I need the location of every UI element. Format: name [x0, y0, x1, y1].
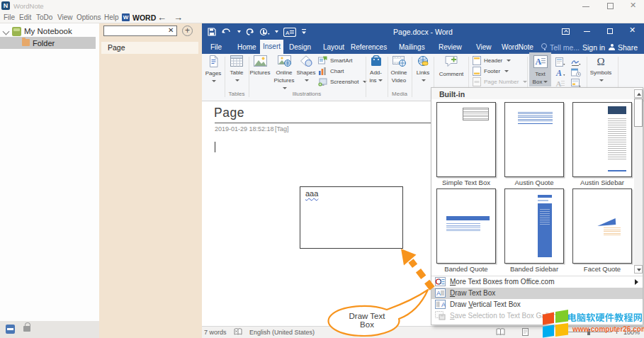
ribbon-pictures-button[interactable]: Pictures [249, 55, 271, 77]
ribbon-table-button[interactable]: Table [225, 55, 248, 84]
tab-design[interactable]: Design [289, 43, 311, 51]
sign-in-link[interactable]: Sign in [582, 43, 605, 52]
tab-view[interactable]: View [476, 43, 492, 51]
ribbon-addins-button[interactable]: Add- ins [366, 55, 385, 84]
read-mode-icon[interactable] [496, 328, 505, 336]
wordnote-maximize-button[interactable] [607, 3, 614, 9]
ribbon-screenshot-button[interactable]: Screenshot [318, 77, 367, 87]
chart-label: Chart [330, 68, 344, 74]
gallery-item-simple-text-box[interactable] [436, 102, 496, 177]
tab-mailings[interactable]: Mailings [399, 43, 425, 51]
ribbon-shapes-button[interactable]: Shapes [296, 55, 316, 84]
simple-text-box-preview [463, 108, 489, 120]
menu-item-more-text-boxes[interactable]: More Text Boxes from Office.com [431, 276, 643, 288]
proofing-status-icon[interactable] [234, 328, 242, 336]
undo-dropdown-icon[interactable] [237, 30, 241, 33]
wordnote-close-button[interactable]: ✕ [630, 1, 636, 10]
ribbon-online-pictures-button[interactable]: Online Pictures [273, 55, 295, 92]
lock-icon[interactable] [23, 326, 30, 332]
comment-icon [444, 55, 458, 68]
wordnote-menu-todo[interactable]: ToDo [36, 13, 52, 21]
qat-textbox-icon[interactable]: A [283, 28, 296, 37]
ribbon-comment-button[interactable]: Comment [436, 55, 467, 78]
facet-quote-preview-text [604, 227, 621, 237]
gallery-item-facet-quote[interactable] [572, 188, 632, 264]
ribbon-display-options-icon[interactable] [562, 28, 570, 35]
page-number-icon [473, 77, 481, 86]
gallery-item-austin-sidebar[interactable] [572, 102, 632, 177]
wordnote-menu-options[interactable]: Options [77, 13, 101, 21]
wordnote-menu-help[interactable]: Help [104, 13, 119, 21]
tab-wordnote[interactable]: WordNote [502, 43, 533, 51]
share-button[interactable]: Share [618, 43, 638, 52]
ribbon-header-button[interactable]: Header [473, 55, 511, 66]
pictures-label: Pictures [250, 69, 271, 76]
gallery-scroll-down-button[interactable] [634, 265, 643, 274]
menu-label-draw-text-box: Draw Text Box [450, 289, 495, 297]
gallery-label-simple-text-box: Simple Text Box [432, 179, 500, 186]
wordnote-menu-edit[interactable]: Edit [19, 13, 31, 21]
tab-references[interactable]: References [351, 43, 387, 51]
wordnote-minimize-button[interactable] [582, 6, 589, 7]
word-close-button[interactable]: ✕ [629, 26, 635, 35]
ribbon-chart-button[interactable]: Chart [318, 66, 344, 77]
wordnote-menu-view[interactable]: View [57, 13, 73, 21]
ribbon-textbox-button[interactable]: A Text Box [529, 52, 551, 86]
ribbon-pages-button[interactable]: Pages [203, 55, 224, 85]
svg-text:A: A [436, 290, 441, 297]
redo-icon[interactable] [246, 28, 254, 36]
new-note-icon[interactable] [6, 325, 15, 334]
qat-customize-icon[interactable] [301, 28, 307, 35]
language-status[interactable]: English (United States) [249, 329, 315, 336]
ribbon-page-number-button[interactable]: Page Number [473, 77, 527, 87]
ribbon-footer-button[interactable]: Footer [473, 66, 509, 77]
banded-quote-preview-text [446, 222, 480, 232]
word-maximize-button[interactable] [607, 28, 613, 34]
wordnote-notes-pane [99, 23, 202, 338]
dropdown-arrow-icon [212, 80, 216, 82]
ribbon-symbols-button[interactable]: Ω Symbols [589, 55, 613, 84]
save-icon[interactable] [208, 28, 216, 36]
gallery-label-banded-sidebar: Banded Sidebar [500, 265, 568, 273]
online-pictures-icon [278, 55, 291, 67]
wordnote-menu-word[interactable]: WORD [132, 13, 156, 22]
tell-me-box[interactable]: Tell me... [550, 43, 580, 52]
touch-mode-dropdown-icon[interactable] [275, 30, 278, 33]
nav-back-arrow[interactable]: ← [157, 12, 166, 23]
word-count[interactable]: 7 words [204, 329, 227, 336]
drawn-text-box[interactable]: aaa [300, 186, 403, 249]
table-icon [230, 55, 243, 67]
gallery-scrollbar-thumb[interactable] [634, 98, 643, 127]
gallery-item-austin-quote[interactable] [504, 102, 564, 177]
search-clear-icon[interactable]: ✕ [168, 26, 174, 34]
wordnote-titlebar [0, 0, 644, 11]
gallery-item-banded-sidebar[interactable] [504, 188, 564, 264]
banded-sidebar-preview-column [538, 203, 552, 257]
ribbon-smartart-button[interactable]: SmartArt [318, 55, 353, 66]
menu-label-draw-vertical-text-box: Draw Vertical Text Box [450, 300, 521, 308]
print-layout-icon[interactable] [521, 328, 529, 336]
add-page-button[interactable]: + [182, 26, 193, 36]
word-minimize-button[interactable] [584, 31, 590, 32]
tab-layout[interactable]: Layout [323, 43, 344, 51]
nav-forward-arrow[interactable]: → [174, 12, 183, 23]
tab-file[interactable]: File [210, 43, 222, 51]
dropdown-arrow-icon [235, 79, 239, 81]
menu-item-draw-text-box[interactable]: A Draw Text Box [431, 288, 643, 299]
ribbon-online-video-button[interactable]: Online Video [388, 55, 409, 84]
gallery-item-banded-quote[interactable] [436, 188, 496, 264]
drawn-text-box-text: aaa [305, 189, 318, 198]
watermark-site-url: www.computer26.com [572, 325, 644, 333]
sidebar-item-notebook[interactable]: My Notebook [24, 27, 72, 35]
wordnote-menu-file[interactable]: File [4, 13, 15, 21]
tab-home[interactable]: Home [237, 43, 256, 51]
menu-item-draw-vertical-text-box[interactable]: A Draw Vertical Text Box [431, 299, 643, 310]
tab-insert[interactable]: Insert [260, 40, 283, 54]
undo-icon[interactable] [221, 28, 232, 36]
tab-review[interactable]: Review [439, 43, 462, 51]
dropdown-arrow-icon [543, 81, 548, 83]
touch-mode-icon[interactable] [259, 28, 270, 37]
search-input[interactable] [103, 26, 177, 36]
ribbon-links-button[interactable]: Links [414, 55, 432, 84]
gallery-scroll-up-button[interactable] [634, 89, 643, 98]
